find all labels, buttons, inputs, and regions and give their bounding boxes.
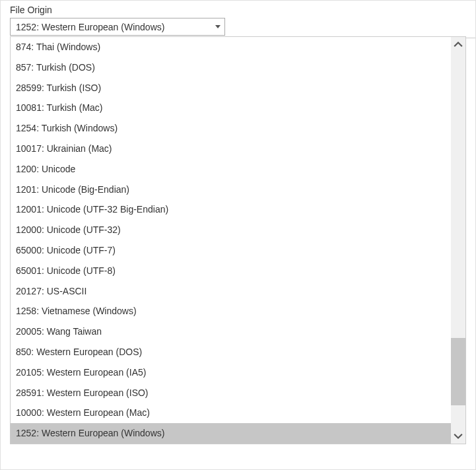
- file-origin-dropdown[interactable]: 1252: Western European (Windows): [10, 18, 225, 36]
- list-item[interactable]: 12001: Unicode (UTF-32 Big-Endian): [11, 199, 451, 220]
- scrollbar[interactable]: [451, 37, 465, 444]
- list-item[interactable]: 28591: Western European (ISO): [11, 383, 451, 403]
- list-item[interactable]: 65001: Unicode (UTF-8): [11, 261, 451, 281]
- chevron-down-icon: [454, 431, 463, 440]
- list-item[interactable]: 20105: Western European (IA5): [11, 362, 451, 383]
- scroll-down-button[interactable]: [451, 428, 465, 444]
- scroll-track[interactable]: [451, 53, 465, 428]
- list-item[interactable]: 10017: Ukrainian (Mac): [11, 139, 451, 159]
- panel-divider: [466, 38, 475, 38]
- chevron-up-icon: [454, 40, 463, 50]
- list-item[interactable]: 20127: US-ASCII: [11, 281, 451, 302]
- chevron-down-icon: [215, 25, 221, 28]
- list-item[interactable]: 10081: Turkish (Mac): [11, 98, 451, 118]
- list-item[interactable]: 28599: Turkish (ISO): [11, 78, 451, 98]
- list-item[interactable]: 874: Thai (Windows): [11, 37, 451, 57]
- list-item[interactable]: 65000: Unicode (UTF-7): [11, 240, 451, 261]
- list-item[interactable]: 12000: Unicode (UTF-32): [11, 220, 451, 240]
- dropdown-selected-value: 1252: Western European (Windows): [16, 22, 164, 32]
- list-item[interactable]: 10000: Western European (Mac): [11, 403, 451, 423]
- file-origin-dropdown-list[interactable]: 874: Thai (Windows)857: Turkish (DOS)285…: [10, 36, 466, 444]
- list-item[interactable]: 1258: Vietnamese (Windows): [11, 301, 451, 321]
- list-item[interactable]: 1254: Turkish (Windows): [11, 118, 451, 139]
- list-item[interactable]: 857: Turkish (DOS): [11, 57, 451, 78]
- list-item[interactable]: 20005: Wang Taiwan: [11, 321, 451, 342]
- file-origin-label: File Origin: [10, 5, 466, 15]
- scroll-up-button[interactable]: [451, 37, 465, 53]
- scroll-thumb[interactable]: [451, 338, 465, 405]
- list-item[interactable]: 1201: Unicode (Big-Endian): [11, 180, 451, 200]
- list-item[interactable]: 1200: Unicode: [11, 159, 451, 180]
- list-item[interactable]: 1252: Western European (Windows): [11, 423, 451, 444]
- list-item[interactable]: 850: Western European (DOS): [11, 342, 451, 362]
